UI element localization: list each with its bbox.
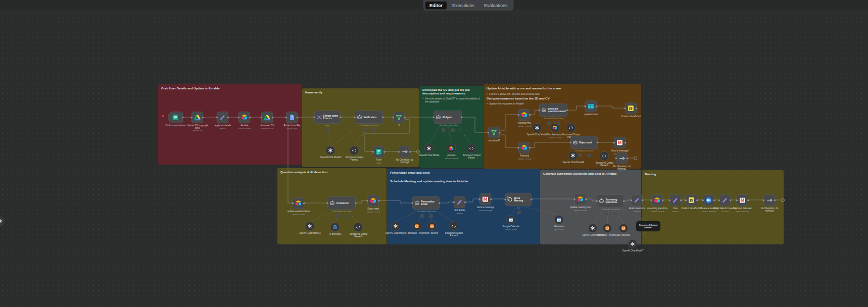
input-port[interactable]	[216, 117, 218, 119]
input-port[interactable]	[314, 116, 316, 118]
input-port[interactable]	[718, 199, 720, 201]
input-port[interactable]	[685, 199, 687, 201]
output-port[interactable]	[272, 117, 274, 119]
input-port[interactable]	[585, 106, 587, 108]
structured-output-parser1-node[interactable]: Structured Output Parser1	[350, 146, 359, 155]
output-port[interactable]	[303, 202, 305, 204]
candidate-insights1-node[interactable]: candidate_insights1	[603, 224, 612, 233]
questionnaire-node[interactable]: questionnaire	[585, 100, 597, 112]
edit-fields-node[interactable]: Edit Fieldsmanual	[454, 196, 465, 208]
interview-data-sent-node[interactable]: MInterview data sentsend: message	[737, 194, 748, 206]
output-port[interactable]	[730, 199, 732, 201]
node-node[interactable]	[0, 217, 5, 226]
input-port[interactable]	[574, 198, 576, 200]
output-port[interactable]	[464, 201, 466, 203]
output-port[interactable]	[680, 199, 682, 201]
openai-chat-model5-node[interactable]: OpenAI Chat Model5	[391, 222, 400, 231]
input-port[interactable]	[736, 199, 738, 201]
port-connector[interactable]	[451, 129, 455, 132]
input-port[interactable]	[539, 109, 541, 111]
job-posting1-node[interactable]: job_posting1	[619, 224, 628, 233]
job-description-node[interactable]: Job descriptionsearch: record	[550, 123, 559, 132]
openai-chat-model1-node[interactable]: OpenAI Chat Model1	[533, 123, 542, 132]
openai-chat-model-node[interactable]: OpenAI Chat Model	[424, 144, 433, 153]
output-port[interactable]	[642, 199, 644, 201]
output-port[interactable]	[382, 116, 384, 118]
structured-output-parser3-node[interactable]: Structured Output Parser3	[600, 151, 609, 161]
job-reqs-node[interactable]: job reqssearch: record	[447, 144, 456, 153]
structured-output-parser-node[interactable]: Structured Output Parser	[467, 144, 476, 153]
output-port[interactable]	[499, 132, 501, 134]
port-connector[interactable]	[578, 154, 582, 158]
output-port[interactable]	[340, 116, 342, 118]
input-port[interactable]	[292, 202, 294, 204]
port-connector[interactable]	[429, 215, 433, 218]
on-form-submission-node[interactable]: On form submission	[168, 112, 183, 123]
output-port[interactable]	[531, 198, 533, 200]
port-connector[interactable]	[345, 215, 349, 218]
job-posting-node[interactable]: job_posting	[427, 222, 437, 231]
output-port[interactable]	[490, 198, 492, 200]
output-port[interactable]	[636, 108, 638, 110]
input-port[interactable]	[615, 158, 617, 160]
output-port[interactable]	[696, 199, 698, 201]
input-port[interactable]	[669, 199, 671, 201]
output-port[interactable]	[566, 109, 568, 111]
input-port[interactable]	[398, 151, 400, 153]
upload-cv-to-google-drive-node[interactable]: Upload CV to google driveupload: file	[191, 112, 203, 123]
openai-chat-model4-node[interactable]: OpenAI Chat Model4	[568, 151, 577, 160]
potential-hire-node[interactable]: Potential Hireupdate: record	[518, 109, 530, 121]
ai-agent-node[interactable]: AI AgentChat Model*Output Parser	[433, 111, 462, 124]
output-port[interactable]	[355, 202, 357, 204]
no-operation-do-nothing2-node[interactable]: No Operation, do nothing2	[616, 152, 628, 164]
output-port[interactable]	[439, 202, 441, 204]
output-port[interactable]	[623, 200, 625, 202]
rejected-node[interactable]: Rejectedupdate: record	[518, 142, 530, 154]
input-port[interactable]	[367, 200, 369, 202]
personalize-email-node[interactable]: Personalize EmailChat Model*Output Parse…	[412, 196, 440, 210]
input-port[interactable]	[285, 117, 287, 119]
input-port[interactable]	[433, 116, 435, 118]
book-meeting-node[interactable]: Book MeetingTool	[505, 193, 532, 206]
input-port[interactable]	[613, 142, 615, 144]
no-operation-do-nothing3-node[interactable]: No Operation, do nothing3	[763, 194, 775, 206]
output-port[interactable]	[747, 199, 749, 201]
output-port[interactable]	[624, 142, 626, 144]
output-port[interactable]	[182, 117, 184, 119]
input-port[interactable]	[238, 117, 240, 119]
output-port[interactable]	[227, 117, 229, 119]
reject-mail-node[interactable]: Reject mailChat Model*Output Parser	[570, 136, 598, 149]
output-port[interactable]	[529, 114, 531, 116]
time-node[interactable]: timemanual	[669, 194, 681, 206]
input-port[interactable]	[631, 199, 633, 201]
port-connector[interactable]	[547, 122, 551, 125]
openai-chat-model2-node[interactable]: OpenAI Chat Model2	[326, 146, 335, 155]
code-in-javascript1-node[interactable]: JSCode in JavaScript1	[686, 194, 697, 206]
output-port[interactable]	[597, 141, 599, 143]
create-a-meeting-node[interactable]: Create a meetingcreate: meeting	[703, 194, 714, 206]
input-port[interactable]	[763, 199, 765, 201]
input-port[interactable]	[191, 117, 193, 119]
input-port[interactable]	[570, 141, 572, 143]
code-in-javascript-node[interactable]: JSCode in JavaScript	[625, 103, 637, 114]
output-port[interactable]	[404, 117, 406, 119]
output-port[interactable]	[529, 147, 531, 149]
form-node[interactable]: Formpage	[373, 146, 384, 158]
port-connector[interactable]	[588, 154, 591, 158]
structured-output-parser5-node[interactable]: Structured Output Parser5	[354, 223, 363, 232]
port-connector[interactable]	[517, 211, 521, 215]
generate-questionnaires-node[interactable]: generate questionnaires!Chat Model*Outpu…	[539, 104, 567, 117]
input-port[interactable]	[702, 199, 704, 201]
output-port[interactable]	[383, 151, 385, 153]
port-connector[interactable]	[372, 129, 376, 132]
tab-evaluations[interactable]: Evaluations	[480, 2, 512, 10]
output-port[interactable]	[378, 200, 380, 202]
candidate-insights-node[interactable]: candidate_insights	[412, 222, 421, 231]
port-connector[interactable]	[420, 215, 424, 218]
output-port[interactable]	[713, 199, 715, 201]
input-port[interactable]	[624, 108, 626, 110]
extract-name-from-cv-node[interactable]: Extract name from cvModel*	[314, 111, 341, 124]
output-port[interactable]	[596, 106, 598, 108]
get-event-node[interactable]: 31Get eventget: event	[554, 215, 563, 224]
output-port[interactable]	[409, 151, 411, 153]
